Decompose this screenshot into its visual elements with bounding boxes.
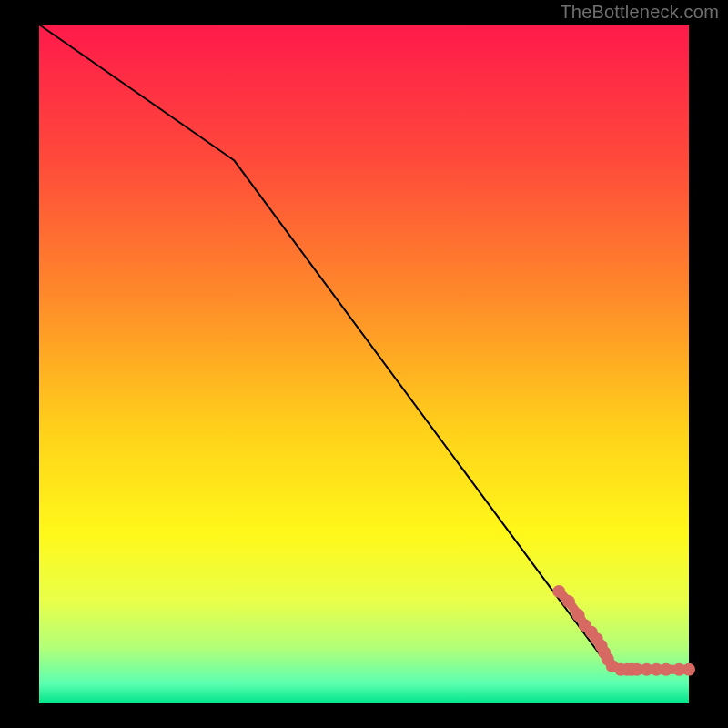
plot-svg xyxy=(0,0,728,728)
chart-stage: TheBottleneck.com xyxy=(0,0,728,728)
watermark-text: TheBottleneck.com xyxy=(560,2,719,23)
marker-coral-bead-curve xyxy=(682,663,695,676)
plot-background xyxy=(39,25,689,703)
marker-coral-bead-curve xyxy=(552,585,565,598)
marker-coral-bead-curve xyxy=(660,663,672,676)
marker-coral-bead-curve xyxy=(562,595,575,608)
